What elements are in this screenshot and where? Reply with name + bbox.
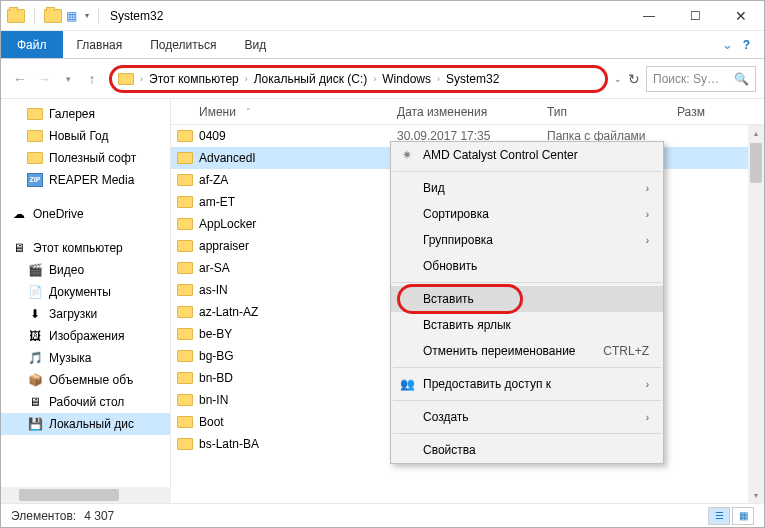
sidebar-item-pc[interactable]: 📄Документы [1,281,170,303]
menu-label: Обновить [423,259,477,273]
sidebar-item-pc[interactable]: 🎬Видео [1,259,170,281]
menu-paste[interactable]: Вставить [391,286,663,312]
view-details-button[interactable]: ☰ [708,507,730,525]
folder-icon [177,218,193,230]
qat-props-icon[interactable]: ▦ [66,9,77,23]
sidebar-item-quick[interactable]: Новый Год [1,125,170,147]
folder-icon [27,130,43,142]
menu-create[interactable]: Создать› [391,404,663,430]
sidebar-item-pc[interactable]: 📦Объемные объ [1,369,170,391]
sidebar-label: OneDrive [33,207,84,221]
sidebar-label: Видео [49,263,84,277]
col-date[interactable]: Дата изменения [397,105,547,119]
chevron-right-icon[interactable]: › [373,74,376,84]
crumb-pc[interactable]: Этот компьютер [149,72,239,86]
file-name: AdvancedI [199,151,256,165]
col-size[interactable]: Разм [677,105,764,119]
pc-item-icon: ⬇ [27,307,43,321]
sidebar-item-pc[interactable]: 💾Локальный дис [1,413,170,435]
nav-forward-button[interactable]: → [33,71,55,87]
menu-undo[interactable]: Отменить переименованиеCTRL+Z [391,338,663,364]
window-title: System32 [110,9,163,23]
file-name: Boot [199,415,224,429]
tab-share[interactable]: Поделиться [136,31,230,58]
search-icon: 🔍 [734,72,749,86]
sidebar-label: Загрузки [49,307,97,321]
qat-icon[interactable] [44,9,62,23]
folder-icon [177,306,193,318]
menu-label: Предоставить доступ к [423,377,551,391]
menu-view[interactable]: Вид› [391,175,663,201]
menu-paste-shortcut[interactable]: Вставить ярлык [391,312,663,338]
view-icons-button[interactable]: ▦ [732,507,754,525]
file-name: az-Latn-AZ [199,305,258,319]
crumb-disk[interactable]: Локальный диск (C:) [254,72,368,86]
sidebar-item-pc[interactable]: 🖥Рабочий стол [1,391,170,413]
menu-amd[interactable]: ✷AMD Catalyst Control Center [391,142,663,168]
col-name[interactable]: Имени [199,105,236,119]
file-name: 0409 [199,129,226,143]
vertical-scrollbar[interactable]: ▴▾ [748,125,764,503]
qat-dropdown-icon[interactable]: ▾ [85,11,89,20]
col-type[interactable]: Тип [547,105,677,119]
nav-back-button[interactable]: ← [9,71,31,87]
folder-icon [177,130,193,142]
status-count-label: Элементов: [11,509,76,523]
pc-item-icon: 🎬 [27,263,43,277]
tab-file[interactable]: Файл [1,31,63,58]
address-dropdown-icon[interactable]: ⌄ [614,74,622,84]
sidebar-item-pc[interactable]: ⬇Загрузки [1,303,170,325]
file-name: bs-Latn-BA [199,437,259,451]
zip-icon: ZIP [27,173,43,187]
menu-shortcut: CTRL+Z [603,344,649,358]
chevron-right-icon[interactable]: › [245,74,248,84]
menu-sort[interactable]: Сортировка› [391,201,663,227]
sidebar-label: Документы [49,285,111,299]
maximize-button[interactable]: ☐ [672,1,718,31]
sidebar-item-pc[interactable]: 🎵Музыка [1,347,170,369]
sidebar-item-pc[interactable]: 🖼Изображения [1,325,170,347]
menu-refresh[interactable]: Обновить [391,253,663,279]
help-icon[interactable]: ? [743,38,750,52]
file-name: bg-BG [199,349,234,363]
file-name: bn-IN [199,393,228,407]
menu-label: Сортировка [423,207,489,221]
ribbon-expand-icon[interactable]: ⌄ [722,37,733,52]
crumb-windows[interactable]: Windows [382,72,431,86]
folder-icon [177,262,193,274]
tab-view[interactable]: Вид [230,31,280,58]
chevron-right-icon[interactable]: › [437,74,440,84]
sidebar-this-pc[interactable]: 🖥Этот компьютер [1,237,170,259]
sidebar-label: Галерея [49,107,95,121]
menu-label: AMD Catalyst Control Center [423,148,578,162]
refresh-icon[interactable]: ↻ [628,71,640,87]
breadcrumb[interactable]: › Этот компьютер › Локальный диск (C:) ›… [109,65,608,93]
submenu-arrow-icon: › [646,183,649,194]
scroll-down-icon[interactable]: ▾ [748,487,764,503]
chevron-right-icon[interactable]: › [140,74,143,84]
breadcrumb-icon [118,73,134,85]
minimize-button[interactable]: — [626,1,672,31]
menu-share[interactable]: 👥Предоставить доступ к› [391,371,663,397]
sidebar-item-quick[interactable]: ZIPREAPER Media [1,169,170,191]
nav-history-icon[interactable]: ▾ [57,74,79,84]
sidebar-item-quick[interactable]: Полезный софт [1,147,170,169]
menu-group[interactable]: Группировка› [391,227,663,253]
address-bar-row: ← → ▾ ↑ › Этот компьютер › Локальный дис… [1,59,764,99]
crumb-system32[interactable]: System32 [446,72,499,86]
tab-home[interactable]: Главная [63,31,137,58]
search-input[interactable]: Поиск: Sy… 🔍 [646,66,756,92]
navigation-pane[interactable]: ГалереяНовый ГодПолезный софтZIPREAPER M… [1,99,171,503]
status-count: 4 307 [84,509,114,523]
context-menu: ✷AMD Catalyst Control Center Вид› Сортир… [390,141,664,464]
nav-up-button[interactable]: ↑ [81,71,103,87]
close-button[interactable]: ✕ [718,1,764,31]
titlebar[interactable]: ▦ ▾ System32 — ☐ ✕ [1,1,764,31]
sidebar-horizontal-scrollbar[interactable] [1,487,171,503]
column-headers[interactable]: Имени˄ Дата изменения Тип Разм [171,99,764,125]
sidebar-item-quick[interactable]: Галерея [1,103,170,125]
scroll-up-icon[interactable]: ▴ [748,125,764,141]
menu-properties[interactable]: Свойства [391,437,663,463]
pc-item-icon: 📦 [27,373,43,387]
sidebar-onedrive[interactable]: ☁OneDrive [1,203,170,225]
